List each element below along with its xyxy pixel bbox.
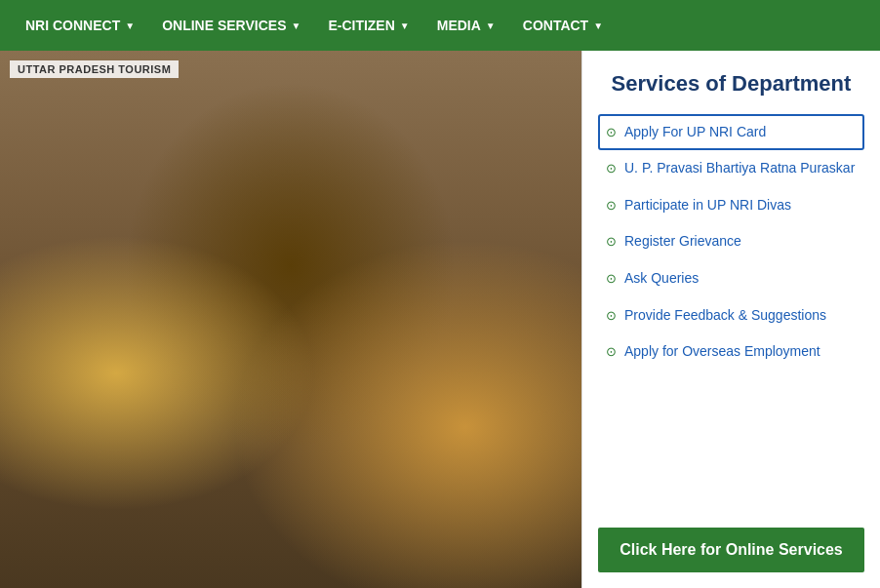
nav-arrow-online-services: ▼: [291, 20, 300, 31]
service-item-2[interactable]: ⊙Participate in UP NRI Divas: [598, 187, 864, 224]
bullet-icon-1: ⊙: [606, 160, 617, 177]
nav-label-contact: CONTACT: [523, 18, 588, 33]
bullet-icon-4: ⊙: [606, 270, 617, 288]
main-content: UTTAR PRADESH TOURISM Services of Depart…: [0, 51, 880, 588]
crowd-background: [0, 51, 581, 588]
service-label-0: Apply For UP NRI Card: [624, 123, 766, 142]
nav-item-media[interactable]: MEDIA▼: [423, 0, 509, 51]
bullet-icon-0: ⊙: [606, 124, 617, 141]
nav-arrow-media: ▼: [486, 20, 496, 31]
service-item-1[interactable]: ⊙U. P. Pravasi Bhartiya Ratna Puraskar: [598, 150, 864, 187]
hero-image-area: UTTAR PRADESH TOURISM: [0, 51, 581, 588]
services-panel: Services of Department ⊙Apply For UP NRI…: [581, 51, 880, 588]
nav-arrow-nri-connect: ▼: [125, 20, 135, 31]
nav-item-e-citizen[interactable]: E-CITIZEN▼: [314, 0, 422, 51]
nav-label-media: MEDIA: [437, 18, 481, 33]
nav-arrow-e-citizen: ▼: [400, 20, 410, 31]
service-item-4[interactable]: ⊙Ask Queries: [598, 260, 864, 297]
service-label-1: U. P. Pravasi Bhartiya Ratna Puraskar: [624, 159, 855, 178]
services-list: ⊙Apply For UP NRI Card⊙U. P. Pravasi Bha…: [582, 114, 880, 518]
services-title: Services of Department: [582, 51, 880, 114]
nav-label-e-citizen: E-CITIZEN: [328, 18, 394, 33]
service-item-5[interactable]: ⊙Provide Feedback & Suggestions: [598, 297, 864, 334]
nav-label-nri-connect: NRI CONNECT: [25, 18, 120, 33]
watermark-label: UTTAR PRADESH TOURISM: [10, 60, 179, 78]
navigation-bar: NRI CONNECT▼ONLINE SERVICES▼E-CITIZEN▼ME…: [0, 0, 880, 51]
service-label-6: Apply for Overseas Employment: [624, 342, 820, 362]
service-label-5: Provide Feedback & Suggestions: [624, 306, 826, 326]
service-label-4: Ask Queries: [624, 269, 699, 289]
service-item-3[interactable]: ⊙Register Grievance: [598, 223, 864, 260]
nav-item-nri-connect[interactable]: NRI CONNECT▼: [12, 0, 148, 51]
bullet-icon-2: ⊙: [606, 197, 617, 215]
bullet-icon-5: ⊙: [606, 307, 617, 325]
nav-item-contact[interactable]: CONTACT▼: [509, 0, 617, 51]
nav-label-online-services: ONLINE SERVICES: [162, 18, 286, 33]
cta-online-services-button[interactable]: Click Here for Online Services: [598, 528, 864, 572]
service-item-0[interactable]: ⊙Apply For UP NRI Card: [598, 114, 864, 151]
bullet-icon-6: ⊙: [606, 343, 617, 361]
service-label-3: Register Grievance: [624, 232, 741, 252]
service-label-2: Participate in UP NRI Divas: [624, 196, 791, 216]
nav-item-online-services[interactable]: ONLINE SERVICES▼: [148, 0, 314, 51]
bullet-icon-3: ⊙: [606, 233, 617, 251]
service-item-6[interactable]: ⊙Apply for Overseas Employment: [598, 333, 864, 371]
nav-arrow-contact: ▼: [593, 20, 603, 31]
